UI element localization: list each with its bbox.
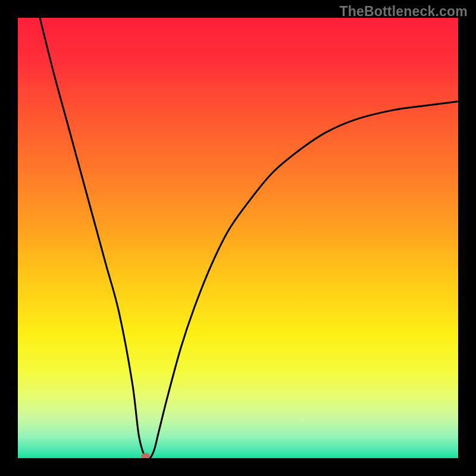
gradient-background <box>18 18 458 458</box>
chart-frame: TheBottleneck.com <box>0 0 476 476</box>
plot-area <box>18 18 458 458</box>
bottleneck-chart <box>18 18 458 458</box>
watermark-text: TheBottleneck.com <box>339 4 468 20</box>
